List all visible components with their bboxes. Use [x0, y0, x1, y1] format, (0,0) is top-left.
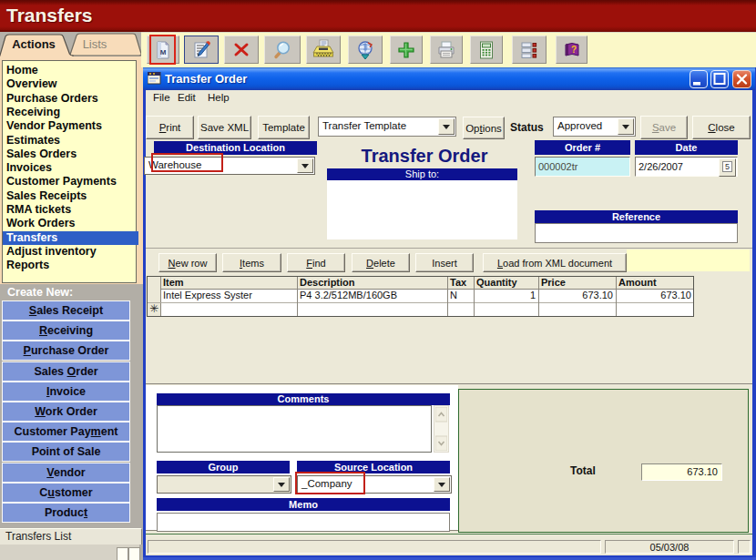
svg-text:Actions: Actions	[12, 37, 56, 51]
svg-text:?: ?	[570, 45, 576, 55]
svg-text:Lists: Lists	[83, 37, 107, 51]
